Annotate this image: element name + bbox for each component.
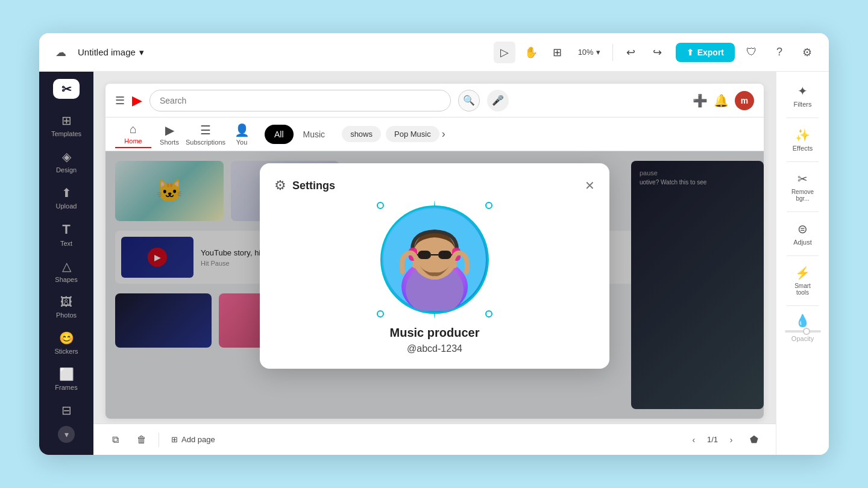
shield-button[interactable]: 🛡	[741, 42, 763, 63]
sidebar-item-templates[interactable]: ⊞ Templates	[45, 108, 87, 142]
category-pop-music[interactable]: Pop Music	[386, 126, 439, 142]
upload-icon: ⬆	[61, 186, 72, 200]
layout-icon: ⊞	[553, 46, 562, 59]
rs-item-smart-tools[interactable]: ⚡ Smarttools	[781, 261, 825, 301]
resize-handle-tr[interactable]	[485, 202, 492, 209]
category-chips: shows Pop Music	[342, 126, 439, 142]
redo-icon: ↪	[653, 46, 662, 59]
settings-modal: ⚙ Settings ✕	[260, 163, 609, 369]
app-logo[interactable]: ✂	[53, 79, 80, 99]
search-bar[interactable]	[149, 90, 451, 111]
hamburger-menu-button[interactable]: ☰	[115, 94, 125, 107]
rs-label-filters: Filters	[794, 101, 812, 108]
help-button[interactable]: ?	[769, 42, 790, 63]
browser-embed: ☰ ▶ 🔍 🎤 ➕ 🔔	[105, 84, 764, 419]
text-icon: T	[62, 222, 70, 237]
nav-item-home[interactable]: ⌂ Home	[115, 120, 151, 148]
present-button[interactable]: ⬟	[744, 430, 764, 449]
zoom-dropdown-icon: ▾	[596, 48, 600, 57]
cursor-icon: ▷	[500, 46, 509, 59]
document-title[interactable]: Untitled image ▾	[78, 47, 144, 58]
opacity-slider[interactable]	[785, 330, 821, 333]
modal-overlay: ⚙ Settings ✕	[105, 151, 764, 419]
export-button[interactable]: ⬆ Export	[676, 43, 735, 62]
add-page-button[interactable]: ⊞ Add page	[166, 433, 220, 446]
sidebar-item-design[interactable]: ◈ Design	[45, 145, 87, 178]
modal-profile-image[interactable]	[380, 205, 489, 314]
resize-handle-bl[interactable]	[377, 310, 384, 318]
modal-person-handle: @abcd-1234	[274, 343, 595, 354]
smart-tools-icon: ⚡	[795, 266, 810, 280]
cloud-save-button[interactable]: ☁	[50, 42, 72, 63]
rs-item-filters[interactable]: ✦ Filters	[781, 79, 825, 113]
opacity-control: 💧 Opacity	[781, 311, 825, 345]
layout-tool-button[interactable]: ⊞	[547, 42, 568, 63]
prev-page-button[interactable]: ‹	[685, 431, 702, 448]
photos-icon: 🖼	[60, 295, 72, 309]
nav-label-shorts: Shorts	[160, 139, 179, 146]
nav-item-subscriptions[interactable]: ☰ Subscriptions	[187, 120, 224, 148]
rs-label-effects: Effects	[793, 145, 813, 152]
search-icon-button[interactable]: 🔍	[458, 90, 480, 111]
duplicate-page-button[interactable]: ⧉	[105, 430, 125, 449]
sidebar-item-upload[interactable]: ⬆ Upload	[45, 181, 87, 214]
redo-button[interactable]: ↪	[647, 42, 668, 63]
trash-icon: 🗑	[137, 434, 146, 445]
resize-handle-br[interactable]	[485, 310, 492, 318]
search-input[interactable]	[160, 96, 441, 105]
opacity-thumb[interactable]	[803, 328, 810, 335]
home-icon: ⌂	[130, 122, 137, 136]
adjust-icon: ⊜	[797, 222, 808, 236]
sidebar-item-shapes[interactable]: △ Shapes	[45, 254, 87, 288]
resize-handle-tl[interactable]	[377, 202, 384, 209]
next-page-button[interactable]: ›	[723, 431, 740, 448]
profile-illustration	[383, 208, 486, 311]
filters-icon: ✦	[797, 84, 808, 98]
browser-content: 🐱 🐱 ▶	[105, 151, 764, 419]
sidebar-item-photos[interactable]: 🖼 Photos	[45, 290, 87, 324]
categories-chevron-right[interactable]: ›	[442, 128, 445, 140]
hand-tool-button[interactable]: ✋	[520, 42, 542, 63]
user-avatar[interactable]: m	[735, 91, 754, 110]
tab-music[interactable]: Music	[294, 125, 335, 144]
rs-label-remove-bg: Removebgr...	[791, 189, 814, 202]
rs-item-remove-bg[interactable]: ✂ Removebgr...	[781, 167, 825, 207]
sidebar-item-label: Text	[60, 240, 72, 247]
settings-button[interactable]: ⚙	[796, 42, 818, 63]
modal-header: ⚙ Settings ✕	[274, 178, 595, 193]
templates-icon: ⊞	[61, 113, 72, 128]
stickers-icon: 😊	[59, 331, 74, 345]
nav-item-shorts[interactable]: ▶ Shorts	[151, 120, 187, 148]
search-icon: 🔍	[463, 95, 475, 106]
remove-bg-icon: ✂	[797, 172, 808, 186]
delete-page-button[interactable]: 🗑	[132, 430, 151, 449]
youtube-logo: ▶	[132, 93, 142, 108]
rs-item-effects[interactable]: ✨ Effects	[781, 123, 825, 157]
sidebar-item-label: Templates	[51, 130, 81, 137]
opacity-label: Opacity	[791, 335, 814, 342]
mic-button[interactable]: 🎤	[487, 90, 509, 111]
sidebar-item-frames[interactable]: ⬜ Frames	[45, 362, 87, 396]
subscriptions-icon: ☰	[200, 123, 211, 137]
sidebar-item-pages[interactable]: ⊟	[45, 398, 87, 422]
sidebar-item-label: Stickers	[54, 348, 78, 355]
modal-gear-icon: ⚙	[274, 178, 286, 193]
modal-close-button[interactable]: ✕	[585, 180, 595, 192]
rs-divider-4	[787, 255, 818, 256]
sidebar-collapse-button[interactable]: ▾	[58, 426, 75, 443]
select-tool-button[interactable]: ▷	[494, 42, 515, 63]
design-icon: ◈	[62, 149, 71, 164]
notifications-button[interactable]: 🔔	[714, 93, 729, 108]
add-video-button[interactable]: ➕	[693, 93, 708, 108]
undo-button[interactable]: ↩	[620, 42, 642, 63]
nav-item-you[interactable]: 👤 You	[224, 120, 260, 148]
tab-all[interactable]: All	[265, 125, 294, 144]
rs-item-adjust[interactable]: ⊜ Adjust	[781, 217, 825, 251]
sidebar-item-stickers[interactable]: 😊 Stickers	[45, 326, 87, 360]
rs-divider-5	[787, 305, 818, 306]
category-shows[interactable]: shows	[342, 126, 381, 142]
sidebar-item-text[interactable]: T Text	[45, 217, 87, 252]
zoom-control[interactable]: 10% ▾	[573, 45, 605, 59]
export-label: Export	[697, 48, 724, 57]
mic-icon: 🎤	[492, 95, 504, 106]
